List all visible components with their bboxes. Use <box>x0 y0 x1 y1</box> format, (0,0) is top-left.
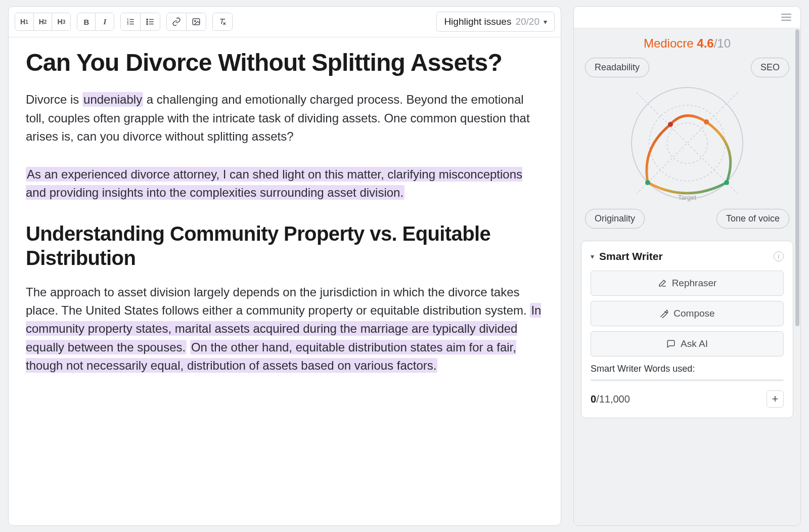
highlight-issue[interactable]: As an experienced divorce attorney, I ca… <box>26 167 522 200</box>
h2-button[interactable]: H2 <box>34 13 53 30</box>
clear-group <box>212 13 233 31</box>
edit-icon <box>658 279 667 288</box>
clear-format-icon <box>218 17 227 26</box>
score-denominator: /10 <box>714 36 731 50</box>
highlight-issues-select[interactable]: Highlight issues 20/20 ▾ <box>436 12 555 32</box>
clear-format-button[interactable] <box>213 13 232 30</box>
hamburger-icon <box>781 14 791 15</box>
insert-group <box>166 13 206 31</box>
pill-originality[interactable]: Originality <box>585 209 645 229</box>
chat-icon <box>666 339 676 348</box>
svg-point-10 <box>147 21 148 22</box>
smart-writer-title: Smart Writer <box>599 250 769 262</box>
doc-paragraph-1: Divorce is undeniably a challenging and … <box>26 91 544 146</box>
scrollbar-thumb[interactable] <box>795 29 799 326</box>
editor-toolbar: H1 H2 H3 B I 123 <box>9 7 561 37</box>
radar-chart: Readability SEO Originality Tone of voic… <box>581 55 793 232</box>
side-content: Mediocre 4.6/10 <box>574 28 800 525</box>
pill-tone[interactable]: Tone of voice <box>716 209 789 229</box>
score-header: Mediocre 4.6/10 <box>581 36 793 51</box>
heading-group: H1 H2 H3 <box>15 13 71 31</box>
unordered-list-button[interactable] <box>141 13 160 30</box>
svg-text:3: 3 <box>127 22 129 25</box>
svg-point-21 <box>668 122 673 127</box>
doc-heading-2: Understanding Community Property vs. Equ… <box>26 221 544 270</box>
formatting-group: B I <box>77 13 114 31</box>
radar-svg <box>621 77 753 209</box>
info-icon[interactable]: i <box>774 251 784 261</box>
rephraser-button[interactable]: Rephraser <box>591 271 784 296</box>
words-progress-bar <box>591 379 784 381</box>
score-word: Mediocre <box>644 36 694 50</box>
link-button[interactable] <box>167 13 187 30</box>
svg-point-26 <box>667 312 668 312</box>
editor-pane: H1 H2 H3 B I 123 <box>8 6 561 526</box>
highlight-issues-count: 20/20 <box>515 16 540 27</box>
magic-pen-icon <box>659 309 668 318</box>
menu-button[interactable] <box>779 12 793 23</box>
smart-writer-panel: ▾ Smart Writer i Rephraser Compose Ask A… <box>581 241 793 418</box>
ordered-list-icon: 123 <box>126 17 135 26</box>
svg-point-23 <box>724 180 729 185</box>
collapse-toggle[interactable]: ▾ <box>591 252 594 260</box>
pill-seo[interactable]: SEO <box>751 58 789 77</box>
link-icon <box>172 17 181 26</box>
list-group: 123 <box>120 13 160 31</box>
unordered-list-icon <box>146 17 155 26</box>
doc-paragraph-2: As an experienced divorce attorney, I ca… <box>26 165 544 202</box>
doc-paragraph-3: The approach to asset division largely d… <box>26 283 544 375</box>
svg-point-9 <box>147 19 148 20</box>
svg-point-24 <box>645 180 650 185</box>
chevron-down-icon: ▾ <box>544 18 547 26</box>
svg-point-20 <box>667 123 707 163</box>
ask-ai-button[interactable]: Ask AI <box>591 331 784 357</box>
words-used-label: Smart Writer Words used: <box>591 364 784 374</box>
svg-point-13 <box>195 20 196 21</box>
side-top-bar <box>574 7 800 28</box>
smart-writer-header: ▾ Smart Writer i <box>591 250 784 262</box>
words-row: 0/11,000 + <box>591 390 784 408</box>
svg-point-25 <box>667 310 668 311</box>
doc-heading-1: Can You Divorce Without Splitting Assets… <box>26 49 544 76</box>
image-icon <box>192 17 201 26</box>
highlight-issues-label: Highlight issues <box>444 16 511 27</box>
side-pane: Mediocre 4.6/10 <box>573 6 801 526</box>
italic-button[interactable]: I <box>96 13 114 30</box>
h3-button[interactable]: H3 <box>52 13 70 30</box>
svg-point-22 <box>704 119 709 124</box>
ordered-list-button[interactable]: 123 <box>121 13 141 30</box>
highlight-issue[interactable]: undeniably <box>82 92 143 107</box>
h1-button[interactable]: H1 <box>15 13 34 30</box>
image-button[interactable] <box>187 13 206 30</box>
bold-button[interactable]: B <box>77 13 96 30</box>
target-label: Target <box>678 194 696 201</box>
words-count: 0/11,000 <box>591 393 630 405</box>
compose-button[interactable]: Compose <box>591 301 784 326</box>
scrollbar[interactable] <box>795 29 799 524</box>
svg-point-11 <box>147 23 148 24</box>
score-value: 4.6 <box>697 36 713 50</box>
pill-readability[interactable]: Readability <box>585 58 649 77</box>
add-words-button[interactable]: + <box>767 390 784 408</box>
editor-body[interactable]: Can You Divorce Without Splitting Assets… <box>9 37 561 525</box>
